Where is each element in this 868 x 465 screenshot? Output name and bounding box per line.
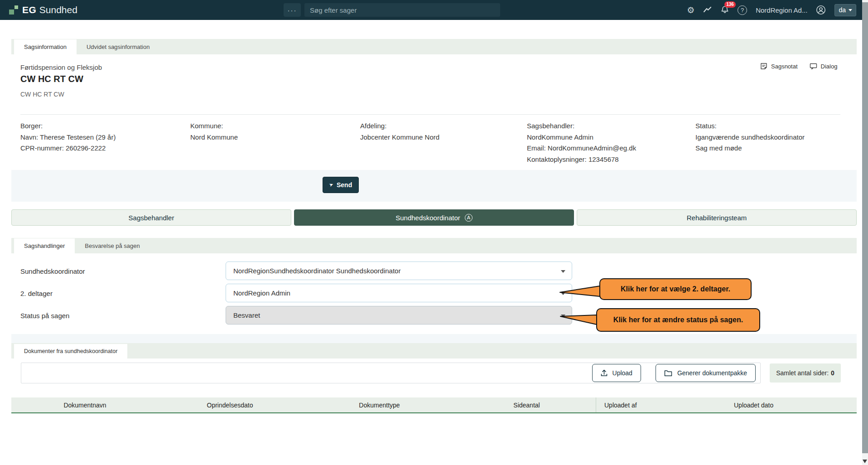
status-line2: Sag med møde	[695, 143, 849, 154]
send-icon: ➤	[328, 181, 334, 188]
col-uploadet-af: Uploadet af	[596, 397, 725, 412]
card-divider	[20, 114, 840, 115]
callout-status: Klik her for at ændre status på sagen.	[596, 308, 760, 332]
tab-sagshandlinger[interactable]: Sagshandlinger	[14, 238, 75, 253]
documents-band	[11, 334, 857, 343]
page: EG Sundhed ··· ⚙ 136 ? NordRe	[0, 0, 868, 465]
borger-name: Navn: Therese Testesen (29 år)	[20, 132, 190, 143]
case-subtitle: CW HC RT CW	[20, 91, 64, 98]
kommune-value: Nord Kommune	[190, 132, 360, 143]
note-icon	[760, 63, 767, 70]
callout-deltager: Klik her for at vælge 2. deltager.	[599, 278, 752, 300]
eg-logo-icon	[9, 5, 18, 15]
total-pages-value: 0	[831, 369, 834, 377]
total-pages-badge: Samlet antal sider: 0	[770, 363, 841, 383]
documents-toolbar: Upload Generer dokumentpakke	[21, 363, 761, 383]
user-name[interactable]: NordRegion Ad...	[756, 6, 807, 14]
sagsbehandler-button-label: Sagsbehandler	[129, 214, 174, 222]
status-label: Status:	[695, 121, 849, 132]
status-field-label: Status på sagen	[20, 312, 69, 320]
info-status: Status: Igangværende sundhedskoordinator…	[695, 121, 849, 165]
deltager-select[interactable]: NordRegion Admin	[226, 284, 572, 302]
documents-table-header: Dokumentnavn Oprindelsesdato Dokumenttyp…	[11, 397, 857, 413]
search-input[interactable]	[304, 3, 500, 17]
case-title: CW HC RT CW	[20, 74, 83, 84]
total-pages-label: Samlet antal sider:	[776, 369, 829, 377]
deltager-select-value: NordRegion Admin	[233, 289, 290, 297]
case-info-grid: Borger: Navn: Therese Testesen (29 år) C…	[20, 121, 849, 165]
afdeling-label: Afdeling:	[360, 121, 527, 132]
scrollbar-thumb[interactable]	[862, 2, 868, 453]
callout-tail	[560, 315, 597, 325]
dialog-label: Dialog	[821, 63, 838, 70]
sundhedskoordinator-button[interactable]: Sundhedskoordinator A	[294, 209, 574, 226]
case-category: Førtidspension og Fleksjob	[20, 63, 102, 71]
upload-label: Upload	[612, 369, 632, 377]
deltager-field-label: 2. deltager	[20, 290, 53, 297]
notification-badge: 136	[724, 1, 736, 8]
upload-button[interactable]: Upload	[592, 364, 641, 382]
sagsbehandler-phone: Kontaktoplysninger: 12345678	[527, 154, 695, 165]
upload-arrow-icon	[601, 369, 608, 377]
vertical-scrollbar[interactable]	[862, 0, 868, 465]
overflow-menu-button[interactable]: ···	[284, 3, 301, 17]
language-selector[interactable]: da	[834, 4, 856, 16]
help-icon[interactable]: ?	[738, 5, 747, 15]
case-tab-strip: Sagsinformation Udvidet sagsinformation	[11, 39, 857, 54]
callout-tail	[560, 286, 600, 296]
rehabiliteringsteam-button[interactable]: Rehabiliteringsteam	[577, 209, 857, 226]
sagsnotat-label: Sagsnotat	[771, 63, 798, 70]
generate-package-button[interactable]: Generer dokumentpakke	[656, 364, 756, 382]
sundhedskoordinator-button-label: Sundhedskoordinator	[395, 214, 460, 222]
callout-deltager-text: Klik her for at vælge 2. deltager.	[599, 278, 752, 300]
col-oprindelsesdato: Oprindelsesdato	[159, 397, 301, 412]
col-sideantal: Sideantal	[458, 397, 596, 412]
sagsbehandler-button[interactable]: Sagsbehandler	[11, 209, 291, 226]
send-band	[11, 170, 857, 202]
col-uploadet-dato: Uploadet dato	[725, 397, 857, 412]
borger-cpr: CPR-nummer: 260296-2222	[20, 143, 190, 154]
afdeling-value: Jobcenter Kommune Nord	[360, 132, 527, 143]
tab-besvarelse[interactable]: Besvarelse på sagen	[75, 238, 149, 253]
kommune-label: Kommune:	[190, 121, 360, 132]
chevron-down-icon	[849, 9, 852, 11]
brand: EG Sundhed	[9, 0, 77, 20]
caret-down-icon	[561, 270, 565, 273]
sundhedskoordinator-select[interactable]: NordRegionSundhedskoordinator Sundhedsko…	[226, 262, 572, 280]
status-select-value: Besvaret	[233, 311, 260, 319]
rehabiliteringsteam-button-label: Rehabiliteringsteam	[687, 214, 747, 222]
tab-udvidet-sagsinformation[interactable]: Udvidet sagsinformation	[77, 39, 159, 54]
folder-icon	[664, 370, 672, 377]
scrollbar-down-arrow-icon[interactable]	[863, 460, 867, 463]
brand-text: EG Sundhed	[22, 5, 77, 15]
sundhedskoordinator-select-value: NordRegionSundhedskoordinator Sundhedsko…	[233, 267, 400, 275]
send-button[interactable]: ➤ Send	[323, 177, 359, 193]
info-sagsbehandler: Sagsbehandler: NordKommune Admin Email: …	[527, 121, 695, 165]
brand-bold: EG	[22, 5, 36, 15]
callout-status-text: Klik her for at ændre status på sagen.	[596, 308, 760, 332]
sagsbehandler-email: Email: NordKommuneAdmin@eg.dk	[527, 143, 695, 154]
documents-tab-strip: Dokumenter fra sundhedskoordinator	[11, 343, 857, 358]
sundhedskoordinator-field-label: Sundhedskoordinator	[20, 267, 85, 275]
col-dokumentnavn: Dokumentnavn	[11, 397, 159, 412]
info-afdeling: Afdeling: Jobcenter Kommune Nord	[360, 121, 527, 165]
info-borger: Borger: Navn: Therese Testesen (29 år) C…	[20, 121, 190, 165]
borger-label: Borger:	[20, 121, 190, 132]
action-tab-strip: Sagshandlinger Besvarelse på sagen	[11, 238, 857, 253]
tab-dokumenter[interactable]: Dokumenter fra sundhedskoordinator	[14, 344, 127, 358]
generate-package-label: Generer dokumentpakke	[677, 369, 747, 377]
settings-gear-icon[interactable]: ⚙	[687, 6, 694, 15]
participant-a-icon: A	[465, 214, 473, 222]
sagsbehandler-label: Sagsbehandler:	[527, 121, 695, 132]
language-value: da	[839, 6, 846, 14]
activity-trend-icon[interactable]	[703, 6, 712, 14]
status-line1: Igangværende sundhedskoordinator	[695, 132, 849, 143]
info-kommune: Kommune: Nord Kommune	[190, 121, 360, 165]
notifications-bell-icon[interactable]: 136	[721, 5, 729, 15]
sagsbehandler-name: NordKommune Admin	[527, 132, 695, 143]
sagsnotat-button[interactable]: Sagsnotat	[760, 63, 798, 70]
tab-sagsinformation[interactable]: Sagsinformation	[14, 39, 77, 54]
dialog-button[interactable]: Dialog	[810, 63, 838, 70]
status-select[interactable]: Besvaret	[226, 306, 572, 325]
account-person-icon[interactable]	[816, 5, 826, 15]
